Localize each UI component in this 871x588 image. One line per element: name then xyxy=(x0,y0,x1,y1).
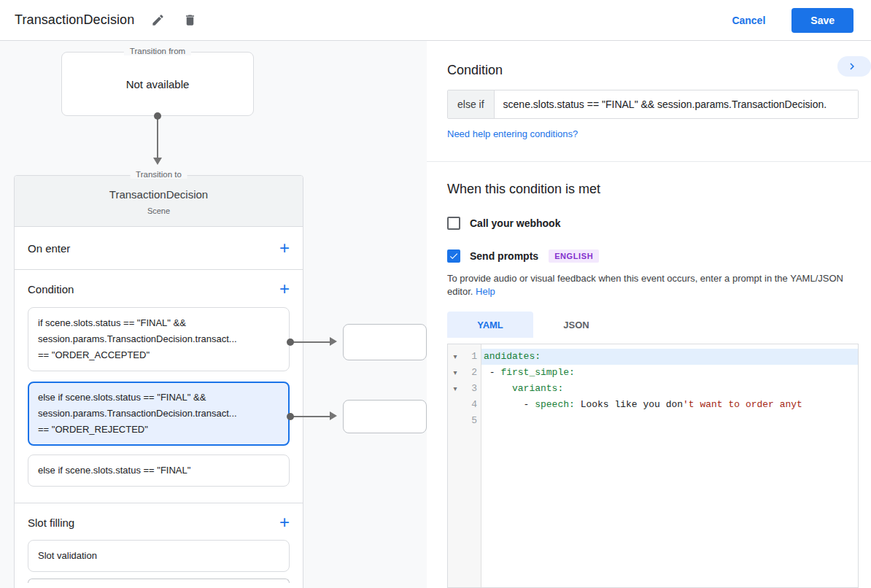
on-enter-label: On enter xyxy=(28,242,70,255)
line-number: 1 xyxy=(462,349,477,365)
checkmark-icon xyxy=(449,251,459,261)
yaml-indent: - xyxy=(484,399,535,410)
when-condition-title: When this condition is met xyxy=(447,182,859,197)
slot-filling-section: Slot filling + Slot validation xyxy=(15,503,303,588)
condition-panel: Condition else if Need help entering con… xyxy=(427,41,871,588)
scene-name: TransactionDecision xyxy=(15,188,303,201)
slot-validation-card[interactable]: Slot validation xyxy=(28,540,290,572)
edit-title-button[interactable] xyxy=(149,12,166,29)
call-webhook-checkbox[interactable] xyxy=(447,217,460,230)
tab-yaml[interactable]: YAML xyxy=(447,312,533,338)
yaml-indent xyxy=(484,383,512,394)
top-bar: TransactionDecision Cancel Save xyxy=(0,0,871,41)
connector-line xyxy=(157,116,158,158)
send-prompts-checkbox[interactable] xyxy=(447,249,460,263)
cancel-button[interactable]: Cancel xyxy=(732,15,765,26)
scene-node: Transition to TransactionDecision Scene … xyxy=(14,175,303,588)
yaml-key: variants: xyxy=(512,383,563,394)
add-condition-button[interactable]: + xyxy=(279,282,290,296)
webhook-row: Call your webhook xyxy=(447,217,859,230)
code-line: - speech: Looks like you don't want to o… xyxy=(481,397,858,413)
condition-expression-input[interactable] xyxy=(495,90,858,118)
line-number: 3 xyxy=(462,381,477,397)
chevron-right-icon xyxy=(845,60,859,73)
yaml-key: first_simple: xyxy=(500,367,574,378)
yaml-key: speech: xyxy=(535,399,575,410)
yaml-key: andidates: xyxy=(484,351,541,362)
connector-dot xyxy=(154,112,161,120)
condition-section: Condition + if scene.slots.status == "FI… xyxy=(15,270,303,503)
trash-icon xyxy=(183,13,197,27)
yaml-string: 't want to order anyt xyxy=(683,399,802,410)
language-badge: ENGLISH xyxy=(549,249,599,263)
code-line xyxy=(481,413,858,429)
arrow-right-icon xyxy=(330,337,337,346)
transition-from-value: Not available xyxy=(126,78,190,90)
prompt-description: To provide audio or visual feedback when… xyxy=(447,272,859,298)
code-line: andidates: xyxy=(481,349,858,365)
delete-scene-button[interactable] xyxy=(181,12,198,29)
save-button[interactable]: Save xyxy=(791,8,853,33)
add-on-enter-button[interactable]: + xyxy=(279,241,290,255)
editor-gutter: ▾ ▾ ▾ 1 2 3 4 5 xyxy=(448,344,481,587)
fold-column: ▾ ▾ ▾ xyxy=(448,349,462,587)
condition-card-final[interactable]: else if scene.slots.status == "FINAL" xyxy=(28,454,290,487)
yaml-text: Looks like you don xyxy=(575,399,683,410)
condition-card-order-rejected[interactable]: else if scene.slots.status == "FINAL" &&… xyxy=(28,382,290,446)
scene-header[interactable]: TransactionDecision Scene xyxy=(15,176,303,227)
code-line: variants: xyxy=(481,381,858,397)
condition-panel-title: Condition xyxy=(447,63,859,78)
call-webhook-label: Call your webhook xyxy=(470,217,560,229)
code-line: - first_simple: xyxy=(481,365,858,381)
transition-from-label: Transition from xyxy=(124,47,191,55)
transition-target-box[interactable] xyxy=(343,400,427,433)
yaml-indent: - xyxy=(484,367,500,378)
else-if-prefix: else if xyxy=(448,90,495,118)
send-prompts-row: Send prompts ENGLISH xyxy=(447,249,859,263)
transition-target-box[interactable] xyxy=(343,324,427,360)
connector-line xyxy=(290,416,331,417)
condition-expression-field: else if xyxy=(447,90,859,119)
prompt-description-text: To provide audio or visual feedback when… xyxy=(447,273,843,297)
arrow-down-icon xyxy=(153,158,162,165)
slot-filling-label: Slot filling xyxy=(28,517,74,529)
connector-dot xyxy=(287,339,294,346)
transition-from-box[interactable]: Transition from Not available xyxy=(61,52,254,116)
send-prompts-label: Send prompts xyxy=(470,250,538,262)
connector-line xyxy=(290,341,331,343)
line-number-column: 1 2 3 4 5 xyxy=(462,349,481,587)
line-number: 5 xyxy=(462,413,477,429)
arrow-right-icon xyxy=(330,411,337,420)
on-enter-row: On enter + xyxy=(15,227,303,270)
partial-card[interactable] xyxy=(28,579,290,583)
condition-card-order-accepted[interactable]: if scene.slots.status == "FINAL" && sess… xyxy=(28,307,290,371)
connector-dot xyxy=(287,413,294,420)
scene-type: Scene xyxy=(15,206,303,215)
line-number: 4 xyxy=(462,397,477,413)
code-area[interactable]: andidates: - first_simple: variants: - s… xyxy=(481,344,858,587)
condition-section-label: Condition xyxy=(28,283,74,295)
scene-diagram: Transition from Not available Transition… xyxy=(0,41,427,588)
fold-arrow-icon[interactable]: ▾ xyxy=(448,349,462,365)
pencil-icon xyxy=(151,13,165,27)
transition-to-label: Transition to xyxy=(130,170,187,179)
line-number: 2 xyxy=(462,365,477,381)
condition-help-link[interactable]: Need help entering conditions? xyxy=(447,128,859,139)
divider xyxy=(427,161,871,162)
fold-arrow-icon[interactable]: ▾ xyxy=(448,365,462,381)
fold-arrow-icon[interactable]: ▾ xyxy=(448,381,462,397)
page-title: TransactionDecision xyxy=(15,12,134,28)
collapse-panel-button[interactable] xyxy=(837,56,871,77)
yaml-editor[interactable]: ▾ ▾ ▾ 1 2 3 4 5 andidates: - first_simpl… xyxy=(447,344,859,588)
tab-json[interactable]: JSON xyxy=(533,312,619,338)
prompt-help-link[interactable]: Help xyxy=(476,286,495,297)
editor-tabs: YAML JSON xyxy=(447,312,859,338)
add-slot-button[interactable]: + xyxy=(279,515,290,530)
